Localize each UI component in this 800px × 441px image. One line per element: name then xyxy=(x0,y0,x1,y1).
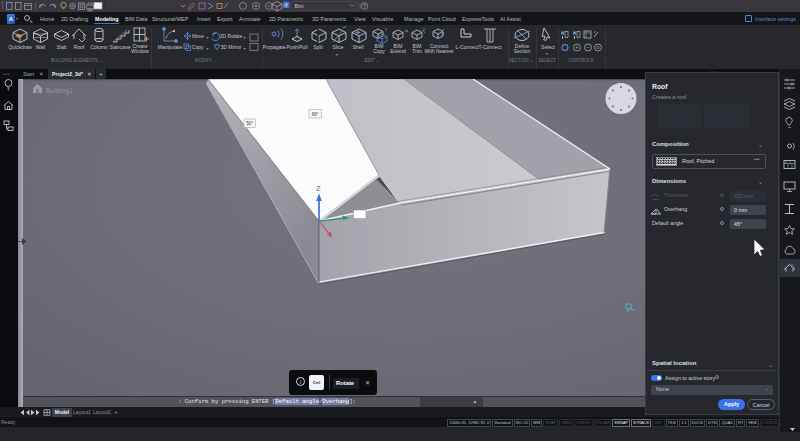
svg-text:x: x xyxy=(385,27,388,32)
svg-text:x: x xyxy=(423,27,426,32)
svg-text:?: ? xyxy=(363,3,366,9)
svg-text:Bim: Bim xyxy=(295,3,305,9)
